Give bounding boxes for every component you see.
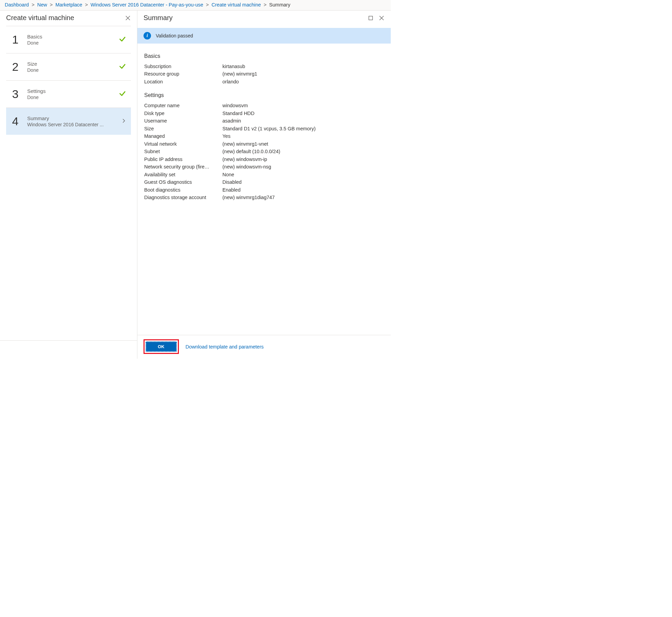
chevron-right-icon: > <box>50 2 52 7</box>
chevron-right-icon <box>121 118 126 124</box>
step-title: Summary <box>27 115 114 121</box>
validation-banner: i Validation passed <box>137 28 391 44</box>
summary-value: (new) windowsvm-ip <box>222 156 267 163</box>
summary-value: asadmin <box>222 117 241 125</box>
summary-key: Availability set <box>144 171 222 178</box>
ok-button-highlight: OK <box>144 339 179 354</box>
summary-key: Diagnostics storage account <box>144 194 222 201</box>
summary-value: (new) default (10.0.0.0/24) <box>222 148 280 155</box>
step-number: 3 <box>11 87 20 101</box>
breadcrumb-item: Summary <box>269 2 290 7</box>
summary-value: (new) winvmrg1diag747 <box>222 194 275 201</box>
restore-icon[interactable] <box>368 15 374 21</box>
step-title: Basics <box>27 34 111 39</box>
close-icon[interactable] <box>125 15 131 21</box>
download-template-link[interactable]: Download template and parameters <box>186 344 264 350</box>
step-number: 2 <box>11 60 20 74</box>
summary-value: None <box>222 171 234 178</box>
wizard-title: Create virtual machine <box>6 14 74 22</box>
ok-button[interactable]: OK <box>146 341 177 352</box>
summary-key: Size <box>144 125 222 132</box>
chevron-right-icon: > <box>206 2 209 7</box>
summary-value: Enabled <box>222 186 240 194</box>
summary-key: Network security group (fire… <box>144 163 222 171</box>
chevron-right-icon: > <box>32 2 34 7</box>
summary-row: Boot diagnosticsEnabled <box>144 186 384 194</box>
summary-value: Standard D1 v2 (1 vcpus, 3.5 GB memory) <box>222 125 316 132</box>
summary-key: Disk type <box>144 110 222 117</box>
chevron-right-icon: > <box>85 2 88 7</box>
step-subtitle: Done <box>27 40 109 46</box>
wizard-step-size[interactable]: 2SizeDone <box>6 53 131 80</box>
summary-row: Usernameasadmin <box>144 117 384 125</box>
step-number: 4 <box>11 115 20 128</box>
summary-value: (new) windowsvm-nsg <box>222 163 271 171</box>
validation-text: Validation passed <box>156 33 193 38</box>
checkmark-icon <box>119 63 126 71</box>
step-subtitle: Done <box>27 95 109 100</box>
breadcrumb-item[interactable]: New <box>37 2 47 7</box>
summary-row: Subnet(new) default (10.0.0.0/24) <box>144 148 384 155</box>
summary-row: Guest OS diagnosticsDisabled <box>144 178 384 186</box>
summary-key: Username <box>144 117 222 125</box>
summary-key: Managed <box>144 132 222 140</box>
summary-row: Diagnostics storage account(new) winvmrg… <box>144 194 384 201</box>
summary-key: Location <box>144 78 222 85</box>
summary-value: kirtanasub <box>222 63 245 70</box>
summary-key: Guest OS diagnostics <box>144 178 222 186</box>
summary-key: Public IP address <box>144 156 222 163</box>
summary-row: Network security group (fire…(new) windo… <box>144 163 384 171</box>
breadcrumb-item[interactable]: Windows Server 2016 Datacenter - Pay-as-… <box>90 2 203 7</box>
summary-value: Standard HDD <box>222 110 254 117</box>
close-icon[interactable] <box>379 15 385 21</box>
wizard-step-settings[interactable]: 3SettingsDone <box>6 81 131 108</box>
breadcrumb-item[interactable]: Marketplace <box>55 2 82 7</box>
summary-row: Locationorlando <box>144 78 384 85</box>
checkmark-icon <box>119 35 126 44</box>
summary-row: Public IP address(new) windowsvm-ip <box>144 156 384 163</box>
summary-row: Computer namewindowsvm <box>144 102 384 109</box>
section-title: Settings <box>144 92 384 98</box>
summary-row: Disk typeStandard HDD <box>144 110 384 117</box>
summary-key: Resource group <box>144 70 222 78</box>
summary-row: Resource group(new) winvmrg1 <box>144 70 384 78</box>
info-icon: i <box>144 32 151 39</box>
summary-value: Disabled <box>222 178 241 186</box>
summary-key: Boot diagnostics <box>144 186 222 194</box>
breadcrumb: Dashboard>New>Marketplace>Windows Server… <box>0 0 391 11</box>
step-number: 1 <box>11 33 20 46</box>
summary-key: Subscription <box>144 63 222 70</box>
step-subtitle: Windows Server 2016 Datacenter ... <box>27 122 109 127</box>
step-title: Settings <box>27 88 111 94</box>
summary-key: Computer name <box>144 102 222 109</box>
summary-row: Subscriptionkirtanasub <box>144 63 384 70</box>
summary-value: windowsvm <box>222 102 248 109</box>
breadcrumb-item[interactable]: Create virtual machine <box>212 2 261 7</box>
summary-row: Virtual network(new) winvmrg1-vnet <box>144 140 384 148</box>
summary-value: (new) winvmrg1-vnet <box>222 140 268 148</box>
wizard-step-basics[interactable]: 1BasicsDone <box>6 26 131 53</box>
summary-value: orlando <box>222 78 239 85</box>
wizard-panel: Create virtual machine 1BasicsDone2SizeD… <box>0 11 137 359</box>
chevron-right-icon: > <box>264 2 266 7</box>
step-subtitle: Done <box>27 67 109 73</box>
step-title: Size <box>27 61 111 67</box>
summary-key: Virtual network <box>144 140 222 148</box>
summary-row: ManagedYes <box>144 132 384 140</box>
svg-rect-0 <box>369 16 373 20</box>
summary-panel: Summary i Validation passed BasicsSubscr… <box>137 11 391 359</box>
wizard-step-summary[interactable]: 4SummaryWindows Server 2016 Datacenter .… <box>6 108 131 135</box>
summary-row: SizeStandard D1 v2 (1 vcpus, 3.5 GB memo… <box>144 125 384 132</box>
summary-key: Subnet <box>144 148 222 155</box>
breadcrumb-item[interactable]: Dashboard <box>5 2 29 7</box>
section-title: Basics <box>144 53 384 59</box>
checkmark-icon <box>119 90 126 98</box>
summary-title: Summary <box>144 14 173 22</box>
summary-row: Availability setNone <box>144 171 384 178</box>
summary-value: (new) winvmrg1 <box>222 70 257 78</box>
summary-value: Yes <box>222 132 231 140</box>
